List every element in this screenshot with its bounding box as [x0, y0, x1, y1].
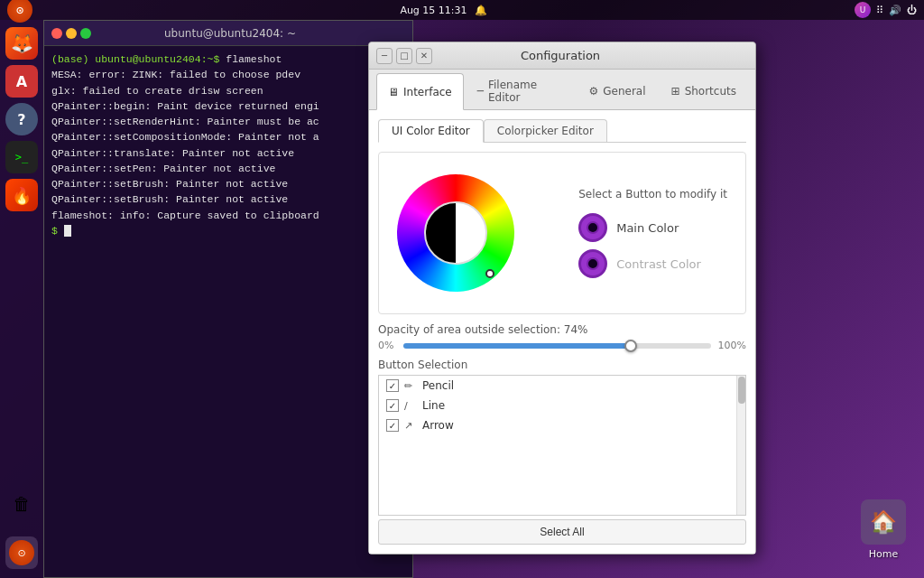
terminal-window: ubuntu@ubuntu2404: ~ (base) ubuntu@ubunt… — [43, 20, 413, 578]
terminal-line-10: QPainter::setBrush: Painter not active — [51, 191, 405, 207]
line-icon: / — [404, 400, 417, 412]
user-avatar-icon[interactable]: U — [855, 2, 871, 18]
terminal-line-11: flameshot: info: Capture saved to clipbo… — [51, 208, 405, 223]
sub-tab-bar: UI Color Editor Colorpicker Editor — [378, 119, 746, 143]
color-wheel-inner — [424, 201, 487, 265]
dock-item-terminal[interactable]: >_ — [5, 141, 38, 173]
help-icon: ? — [17, 111, 25, 128]
dock-item-firefox[interactable]: 🦊 — [5, 27, 38, 60]
filename-tab-icon: ─ — [477, 85, 484, 98]
tab-shortcuts[interactable]: ⊞ Shortcuts — [660, 73, 748, 109]
list-item-pencil[interactable]: ✏ Pencil — [379, 376, 745, 396]
ui-color-tab-label: UI Color Editor — [392, 125, 470, 137]
terminal-icon: >_ — [15, 151, 28, 163]
top-bar-center: Aug 15 11:31 🔔 — [400, 5, 486, 16]
color-area: Select a Button to modify it Main Color … — [378, 152, 746, 314]
dock-item-update-manager[interactable]: A — [5, 65, 38, 98]
dialog-close-button[interactable]: ✕ — [416, 48, 432, 64]
network-icon[interactable]: ⠿ — [876, 5, 883, 16]
dialog-titlebar: ─ □ ✕ Configuration — [369, 42, 755, 70]
terminal-body[interactable]: (base) ubuntu@ubuntu2404:~$ flameshot ME… — [44, 46, 412, 577]
terminal-line-1: (base) ubuntu@ubuntu2404:~$ flameshot — [51, 51, 405, 67]
interface-tab-label: Interface — [403, 86, 452, 98]
slider-max-label: 100% — [718, 340, 746, 351]
terminal-line-8: QPainter::setPen: Painter not active — [51, 161, 405, 176]
opacity-slider-track[interactable] — [403, 343, 711, 349]
sub-tab-ui-color[interactable]: UI Color Editor — [378, 119, 484, 143]
general-tab-icon: ⚙ — [589, 85, 599, 98]
dock-bottom-ubuntu[interactable]: ⊙ — [5, 536, 38, 569]
config-dialog: ─ □ ✕ Configuration 🖥 Interface ─ Filena… — [368, 42, 756, 555]
home-label: Home — [869, 548, 898, 560]
volume-icon[interactable]: 🔊 — [889, 5, 901, 16]
main-color-inner — [587, 221, 599, 234]
line-label: Line — [422, 399, 445, 412]
main-color-label: Main Color — [616, 221, 679, 235]
terminal-minimize-button[interactable] — [66, 28, 77, 39]
contrast-color-inner — [587, 257, 599, 270]
top-bar-right: U ⠿ 🔊 ⏻ — [855, 2, 917, 18]
terminal-cursor-prompt: $ — [51, 225, 58, 237]
top-bar-left: ⊙ — [7, 0, 32, 23]
contrast-color-circle[interactable] — [578, 249, 607, 278]
checkbox-pencil[interactable] — [386, 379, 399, 392]
pencil-icon: ✏ — [404, 380, 417, 392]
terminal-close-button[interactable] — [51, 28, 62, 39]
select-all-button[interactable]: Select All — [378, 519, 746, 545]
terminal-maximize-button[interactable] — [80, 28, 91, 39]
terminal-line-6: QPainter::setCompositionMode: Painter no… — [51, 129, 405, 144]
dialog-minimize-button[interactable]: ─ — [376, 48, 393, 64]
color-picker-cursor — [485, 269, 494, 278]
button-selection-list: ✏ Pencil / Line ↗ Arrow — [378, 375, 746, 516]
ubuntu-logo-icon[interactable]: ⊙ — [7, 0, 32, 23]
color-wheel-container[interactable] — [397, 174, 514, 292]
color-select-hint: Select a Button to modify it — [578, 188, 727, 200]
terminal-prompt-1: (base) ubuntu@ubuntu2404:~$ — [51, 53, 219, 65]
checkbox-line[interactable] — [386, 399, 399, 412]
tab-filename-editor[interactable]: ─ Filename Editor — [466, 73, 576, 109]
button-list-inner: ✏ Pencil / Line ↗ Arrow — [379, 376, 745, 515]
trash-icon: 🗑 — [13, 493, 31, 515]
main-color-circle[interactable] — [578, 213, 607, 242]
scrollbar-thumb[interactable] — [738, 377, 745, 404]
home-icon: 🏠 — [870, 509, 897, 535]
dock-item-help[interactable]: ? — [5, 103, 38, 135]
list-item-arrow[interactable]: ↗ Arrow — [379, 415, 745, 435]
terminal-titlebar: ubuntu@ubuntu2404: ~ — [44, 21, 412, 46]
tab-general[interactable]: ⚙ General — [578, 73, 658, 109]
desktop: ⊙ Aug 15 11:31 🔔 U ⠿ 🔊 ⏻ 🦊 A ? >_ 🔥 — [0, 0, 924, 578]
update-icon: A — [16, 73, 27, 90]
main-color-selector[interactable]: Main Color — [578, 213, 727, 242]
shortcuts-tab-icon: ⊞ — [671, 85, 680, 98]
top-bar: ⊙ Aug 15 11:31 🔔 U ⠿ 🔊 ⏻ — [0, 0, 924, 20]
power-icon[interactable]: ⏻ — [907, 5, 917, 16]
firefox-icon: 🦊 — [11, 33, 33, 54]
bell-icon[interactable]: 🔔 — [475, 5, 487, 16]
terminal-line-3: glx: failed to create drisw screen — [51, 83, 405, 98]
flameshot-icon: 🔥 — [12, 186, 32, 205]
home-icon-box[interactable]: 🏠 — [861, 499, 906, 545]
opacity-slider-thumb[interactable] — [624, 340, 637, 352]
terminal-line-9: QPainter::setBrush: Painter not active — [51, 176, 405, 191]
dock-item-trash[interactable]: 🗑 — [5, 488, 38, 520]
dialog-title: Configuration — [432, 49, 688, 62]
contrast-color-selector[interactable]: Contrast Color — [578, 249, 727, 278]
button-list-scrollbar[interactable] — [736, 376, 745, 515]
dialog-window-controls: ─ □ ✕ — [376, 48, 432, 64]
color-selectors: Select a Button to modify it Main Color … — [578, 188, 727, 278]
color-wheel[interactable] — [397, 174, 514, 292]
opacity-label: Opacity of area outside selection: 74% — [378, 323, 746, 336]
checkbox-arrow[interactable] — [386, 419, 399, 432]
terminal-line-2: MESA: error: ZINK: failed to choose pdev — [51, 67, 405, 82]
shortcuts-tab-label: Shortcuts — [685, 85, 736, 98]
dialog-restore-button[interactable]: □ — [396, 48, 412, 64]
terminal-cmd-1: flameshot — [226, 53, 282, 65]
dock-item-flameshot[interactable]: 🔥 — [5, 179, 38, 211]
config-tab-bar: 🖥 Interface ─ Filename Editor ⚙ General … — [369, 70, 755, 110]
terminal-window-controls — [51, 28, 91, 39]
sub-tab-colorpicker[interactable]: Colorpicker Editor — [484, 119, 607, 142]
list-item-line[interactable]: / Line — [379, 396, 745, 415]
ubuntu-circle-icon: ⊙ — [9, 540, 34, 565]
tab-interface[interactable]: 🖥 Interface — [376, 73, 464, 110]
slider-min-label: 0% — [378, 340, 396, 351]
